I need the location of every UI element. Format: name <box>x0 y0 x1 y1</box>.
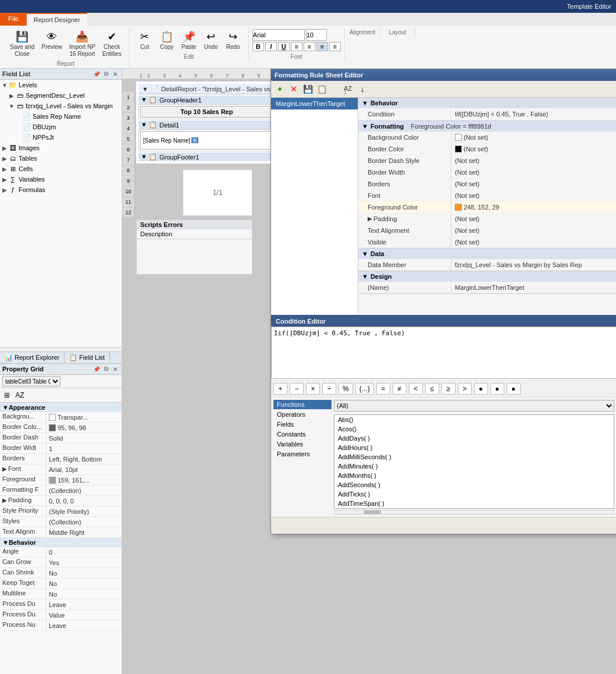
func-addhours[interactable]: AddHours( ) <box>334 443 614 452</box>
formatting-section-header[interactable]: ▼ Formatting Foreground Color = fff8981d <box>358 121 616 132</box>
prop-row-bg-color[interactable]: Background Color (Not set) <box>358 132 616 143</box>
prop-row-visible[interactable]: Visible (Not set) <box>358 236 616 248</box>
op-divide[interactable]: ÷ <box>322 383 336 395</box>
tree-item-variables[interactable]: ▶ ∑ Variables <box>0 174 122 185</box>
import-np-button[interactable]: 📥 Import NP16 Report <box>66 28 98 59</box>
pg-row-formatting[interactable]: Formatting F (Collection) <box>0 485 122 496</box>
data-section-header[interactable]: ▼ Data <box>358 249 616 259</box>
cat-constants[interactable]: Constants <box>273 430 332 439</box>
redo-button[interactable]: ↪ Redo <box>223 28 244 52</box>
behavior-section-header[interactable]: ▼ Behavior <box>358 98 616 108</box>
field-list-pin-button[interactable]: 📌 <box>92 70 101 78</box>
save-rule-button[interactable]: 💾 <box>301 83 314 95</box>
design-section-header[interactable]: ▼ Design <box>358 271 616 282</box>
sort-za-button[interactable]: ↓ <box>356 83 369 95</box>
copy-button[interactable]: 📋 Copy <box>156 28 177 52</box>
tree-item-cells[interactable]: ▶ ⊞ Cells <box>0 164 122 174</box>
toggle-tables[interactable]: ▶ <box>1 155 8 162</box>
func-addticks[interactable]: AddTicks( ) <box>334 489 614 499</box>
field-list-float-button[interactable]: ⧉ <box>102 70 110 78</box>
func-abs[interactable]: Abs() <box>334 415 614 424</box>
pg-row-border-color[interactable]: Border Colo... 95, 96, 98 <box>0 423 122 433</box>
func-addseconds[interactable]: AddSeconds( ) <box>334 480 614 489</box>
op-less-equal[interactable]: ≤ <box>425 383 439 395</box>
pg-row-background[interactable]: Backgrou... Transpar... <box>0 412 122 423</box>
prop-row-condition[interactable]: Condition Iif([DBUzjm] < 0.45, True , Fa… <box>358 108 616 120</box>
add-rule-button[interactable]: + <box>273 83 286 95</box>
prop-row-foreground-color[interactable]: Foreground Color 248, 152, 29 <box>358 201 616 213</box>
op-multiply[interactable]: × <box>306 383 320 395</box>
prop-row-border-dash-style[interactable]: Border Dash Style (Not set) <box>358 155 616 166</box>
cat-variables[interactable]: Variables <box>273 439 332 449</box>
prop-row-font-fmt[interactable]: Font (Not set) <box>358 190 616 201</box>
pg-row-keep-together[interactable]: Keep Toget No <box>0 579 122 589</box>
tree-item-nppslt[interactable]: 📄 NPPsJt <box>0 132 122 143</box>
tree-item-segment-desc[interactable]: ▶ 🗃 SegmentDesc_Level <box>0 90 122 101</box>
op-equals[interactable]: = <box>376 383 390 395</box>
op-not-equals[interactable]: ≠ <box>393 383 407 395</box>
cat-fields[interactable]: Fields <box>273 420 332 430</box>
toggle-fzrxtjq[interactable]: ▼ <box>8 102 15 109</box>
pg-row-text-align[interactable]: Text Alignm Middle Right <box>0 527 122 538</box>
op-less-than[interactable]: < <box>409 383 423 395</box>
undo-button[interactable]: ↩ Undo <box>201 28 222 52</box>
bold-button[interactable]: B <box>252 42 264 51</box>
prop-row-borders[interactable]: Borders (Not set) <box>358 178 616 190</box>
op-plus[interactable]: + <box>273 383 287 395</box>
field-list-scrollbar[interactable] <box>0 347 122 352</box>
pg-row-angle[interactable]: Angle 0 <box>0 547 122 558</box>
align-left-button[interactable]: ≡ <box>291 42 302 51</box>
delete-rule-button[interactable]: ✕ <box>287 83 300 95</box>
pg-object-selector[interactable]: tableCell3 Table Cell <box>2 376 60 386</box>
pg-row-process-du-value[interactable]: Process Du Value <box>0 610 122 620</box>
underline-button[interactable]: U <box>278 42 290 51</box>
tree-item-levels[interactable]: ▼ 📁 Levels <box>0 80 122 90</box>
tab-report-explorer[interactable]: 📊 Report Explorer <box>0 352 65 363</box>
align-center-button[interactable]: ≡ <box>304 42 315 51</box>
toggle-segment[interactable]: ▶ <box>8 92 15 99</box>
align-justify-button[interactable]: ≡ <box>329 42 341 51</box>
op-minus[interactable]: − <box>290 383 304 395</box>
func-addmonths[interactable]: AddMonths( ) <box>334 471 614 480</box>
func-addmilliseconds[interactable]: AddMilliSeconds( ) <box>334 452 614 462</box>
sort-az-button[interactable]: AZ ↓ <box>342 83 355 95</box>
tree-item-fzrxtjq[interactable]: ▼ 🗃 fzrxtjq_Level - Sales vs Margin <box>0 101 122 111</box>
toggle-variables[interactable]: ▶ <box>1 176 8 183</box>
function-listbox[interactable]: Abs() Acos() AddDays( ) AddHours( ) AddM… <box>334 414 614 509</box>
pg-row-styles[interactable]: Styles (Collection) <box>0 517 122 527</box>
toggle-formulas[interactable]: ▶ <box>1 186 8 193</box>
tree-item-tables[interactable]: ▶ 🗂 Tables <box>0 153 122 164</box>
pg-row-process-du-leave[interactable]: Process Du Leave <box>0 599 122 610</box>
func-addtimespan[interactable]: AddTimeSpan( ) <box>334 499 614 508</box>
toggle-images[interactable]: ▶ <box>1 144 8 151</box>
pg-row-padding[interactable]: ▶Padding 0, 0, 0, 0 <box>0 496 122 506</box>
op-circle1[interactable]: ● <box>474 383 488 395</box>
font-name-input[interactable] <box>252 29 305 41</box>
pg-alphabetical-button[interactable]: AZ <box>14 389 26 401</box>
prop-row-text-align-fmt[interactable]: Text Alignment (Not set) <box>358 225 616 236</box>
pg-section-appearance[interactable]: ▼ Appearance <box>0 403 122 412</box>
tab-report-designer[interactable]: Report Designer <box>27 13 87 26</box>
font-size-input[interactable] <box>306 29 327 41</box>
func-acos[interactable]: Acos() <box>334 424 614 434</box>
op-greater-equal[interactable]: ≥ <box>441 383 455 395</box>
pg-row-can-grow[interactable]: Can Grow Yes <box>0 558 122 568</box>
copy-rule-button[interactable]: 📋 <box>315 83 328 95</box>
dialog-titlebar[interactable]: Formatting Rule Sheet Editor ✕ <box>271 69 616 81</box>
pg-row-border-width[interactable]: Border Widt 1 <box>0 444 122 454</box>
prop-row-border-width[interactable]: Border Width (Not set) <box>358 166 616 178</box>
pg-float-button[interactable]: ⧉ <box>102 365 110 373</box>
tree-item-dbuzjm[interactable]: 📄 DBUzjm <box>0 122 122 132</box>
tab-file[interactable]: File <box>0 13 27 26</box>
prop-row-data-member[interactable]: Data Member fzrxtjq_Level - Sales vs Mar… <box>358 259 616 271</box>
pg-section-behavior[interactable]: ▼ Behavior <box>0 538 122 547</box>
pg-categorized-button[interactable]: ⊞ <box>1 389 13 401</box>
pg-row-borders[interactable]: Borders Left, Right, Bottom <box>0 454 122 464</box>
preview-button[interactable]: 👁 Preview <box>38 28 65 59</box>
check-entities-button[interactable]: ✔ CheckEntities <box>99 28 124 59</box>
pg-close-button[interactable]: ✕ <box>111 365 119 373</box>
prop-row-border-color[interactable]: Border Color (Not set) <box>358 143 616 155</box>
cut-button[interactable]: ✂ Cut <box>134 28 155 52</box>
condition-expression-input[interactable]: Iif([DBUzjm] < 0.45, True , False) <box>271 327 616 379</box>
cat-functions[interactable]: Functions <box>273 400 332 410</box>
